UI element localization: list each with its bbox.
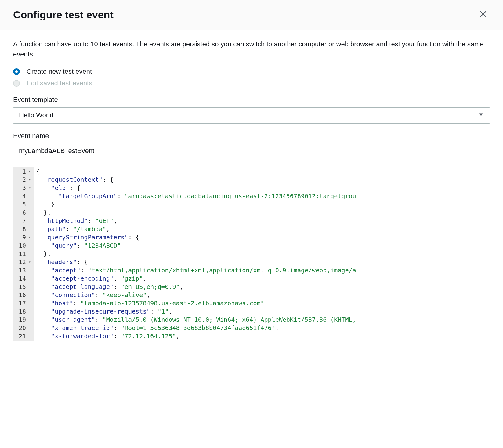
gutter-line: 3▾ — [16, 184, 31, 192]
radio-edit-label: Edit saved test events — [27, 79, 92, 87]
modal-header: Configure test event — [0, 0, 503, 30]
modal-description: A function can have up to 10 test events… — [13, 39, 490, 59]
fold-arrow-icon[interactable]: ▾ — [27, 233, 31, 242]
modal-title: Configure test event — [13, 9, 114, 21]
configure-test-event-modal: Configure test event A function can have… — [0, 0, 503, 341]
code-line[interactable]: "query": "1234ABCD" — [36, 242, 490, 250]
editor-gutter: 1▾2▾3▾456789▾101112▾131415161718192021 — [13, 167, 34, 341]
code-line[interactable]: "host": "lambda-alb-123578498.us-east-2.… — [36, 299, 490, 307]
event-template-field: Event template Hello World — [13, 96, 490, 124]
gutter-line: 18 — [16, 307, 31, 316]
gutter-line: 2▾ — [16, 176, 31, 184]
fold-arrow-icon[interactable]: ▾ — [27, 167, 31, 176]
gutter-line: 20 — [16, 324, 31, 332]
radio-create-new[interactable]: Create new test event — [13, 68, 490, 76]
event-name-input[interactable] — [13, 144, 490, 158]
gutter-line: 17 — [16, 299, 31, 307]
gutter-line: 4 — [16, 192, 31, 200]
event-name-field: Event name — [13, 132, 490, 158]
event-template-select[interactable]: Hello World — [13, 107, 490, 124]
gutter-line: 6 — [16, 209, 31, 217]
code-line[interactable]: { — [36, 167, 490, 176]
code-line[interactable]: "httpMethod": "GET", — [36, 217, 490, 225]
code-line[interactable]: } — [36, 200, 490, 209]
editor-code-area[interactable]: { "requestContext": { "elb": { "targetGr… — [34, 167, 490, 341]
gutter-line: 11 — [16, 250, 31, 258]
gutter-line: 19 — [16, 316, 31, 324]
gutter-line: 9▾ — [16, 233, 31, 242]
gutter-line: 5 — [16, 200, 31, 209]
gutter-line: 15 — [16, 283, 31, 291]
gutter-line: 13 — [16, 266, 31, 274]
fold-arrow-icon[interactable]: ▾ — [27, 176, 31, 184]
close-icon[interactable] — [476, 8, 490, 21]
gutter-line: 10 — [16, 242, 31, 250]
gutter-line: 1▾ — [16, 167, 31, 176]
gutter-line: 14 — [16, 274, 31, 283]
code-line[interactable]: "targetGroupArn": "arn:aws:elasticloadba… — [36, 192, 490, 200]
code-line[interactable]: }, — [36, 250, 490, 258]
code-line[interactable]: "accept-encoding": "gzip", — [36, 274, 490, 283]
code-line[interactable]: "headers": { — [36, 258, 490, 266]
code-line[interactable]: "queryStringParameters": { — [36, 233, 490, 242]
code-line[interactable]: }, — [36, 209, 490, 217]
modal-body: A function can have up to 10 test events… — [0, 30, 503, 341]
code-line[interactable]: "elb": { — [36, 184, 490, 192]
code-line[interactable]: "path": "/lambda", — [36, 225, 490, 233]
gutter-line: 12▾ — [16, 258, 31, 266]
event-name-label: Event name — [13, 132, 490, 140]
event-template-value: Hello World — [13, 107, 490, 124]
code-line[interactable]: "requestContext": { — [36, 176, 490, 184]
code-line[interactable]: "accept-language": "en-US,en;q=0.9", — [36, 283, 490, 291]
gutter-line: 8 — [16, 225, 31, 233]
radio-edit-saved: Edit saved test events — [13, 79, 490, 87]
fold-arrow-icon[interactable]: ▾ — [27, 184, 31, 192]
gutter-line: 21 — [16, 332, 31, 340]
code-line[interactable]: "upgrade-insecure-requests": "1", — [36, 307, 490, 316]
radio-dot-icon — [13, 68, 20, 75]
code-line[interactable]: "connection": "keep-alive", — [36, 291, 490, 299]
event-mode-radio-group: Create new test event Edit saved test ev… — [13, 68, 490, 87]
json-editor[interactable]: 1▾2▾3▾456789▾101112▾131415161718192021 {… — [13, 167, 490, 341]
radio-create-label: Create new test event — [27, 68, 92, 76]
gutter-line: 7 — [16, 217, 31, 225]
fold-arrow-icon[interactable]: ▾ — [27, 258, 31, 266]
event-template-label: Event template — [13, 96, 490, 104]
gutter-line: 16 — [16, 291, 31, 299]
code-line[interactable]: "x-amzn-trace-id": "Root=1-5c536348-3d68… — [36, 324, 490, 332]
code-line[interactable]: "x-forwarded-for": "72.12.164.125", — [36, 332, 490, 340]
code-line[interactable]: "accept": "text/html,application/xhtml+x… — [36, 266, 490, 274]
code-line[interactable]: "user-agent": "Mozilla/5.0 (Windows NT 1… — [36, 316, 490, 324]
radio-dot-icon — [13, 80, 20, 87]
